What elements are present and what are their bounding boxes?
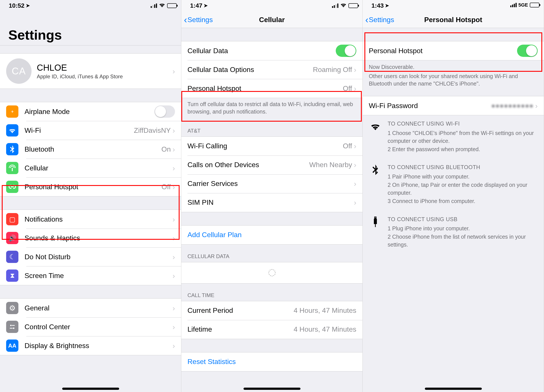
row-sim-pin[interactable]: SIM PIN › (181, 193, 362, 212)
back-button[interactable]: ‹ Settings (365, 15, 394, 24)
text-size-icon: AA (6, 340, 18, 352)
row-cellular[interactable]: Cellular › (0, 159, 181, 177)
row-current-period: Current Period 4 Hours, 47 Minutes (181, 301, 362, 320)
group-footer: Turn off cellular data to restrict all d… (181, 98, 362, 119)
row-personal-hotspot-toggle[interactable]: Personal Hotspot (363, 41, 544, 60)
svg-rect-3 (10, 328, 13, 329)
home-indicator (62, 388, 119, 390)
chevron-right-icon: › (354, 142, 356, 150)
instruction-block: TO CONNECT USING WI-FI1 Choose "CHLOE's … (363, 115, 544, 159)
group-header: CALL TIME (181, 283, 362, 301)
instructions: TO CONNECT USING WI-FI1 Choose "CHLOE's … (363, 115, 544, 254)
status-bar: 1:43 ➤ 5GE (363, 0, 544, 12)
row-detail: Off (343, 84, 352, 92)
status-time-text: 1:43 (372, 2, 384, 9)
hotspot-icon (6, 181, 18, 193)
row-wifi[interactable]: Wi-Fi ZiffDavisNY › (0, 121, 181, 140)
location-icon: ➤ (26, 3, 30, 9)
gear-icon: ⚙︎ (6, 302, 18, 314)
signal-bars-icon (332, 4, 338, 8)
row-screen-time[interactable]: ⧗ Screen Time › (0, 266, 181, 285)
row-sounds[interactable]: 🔊 Sounds & Haptics › (0, 229, 181, 248)
row-label: SIM PIN (188, 198, 354, 207)
signal-bars-icon (151, 4, 157, 8)
back-label: Settings (188, 16, 213, 24)
pane-settings: 10:52 ➤ Settings CA CHLOE Apple ID, iClo… (0, 0, 181, 392)
row-label: Display & Brightness (24, 342, 172, 350)
row-loading (181, 262, 362, 283)
page-title: Settings (0, 12, 181, 46)
moon-icon: ☾ (6, 251, 18, 263)
row-detail: 4 Hours, 47 Minutes (294, 306, 356, 315)
row-label: Control Center (24, 323, 172, 331)
row-label: Carrier Services (188, 180, 354, 188)
row-carrier-services[interactable]: Carrier Services › (181, 174, 362, 193)
wifi-icon (159, 2, 165, 9)
row-add-cellular-plan[interactable]: Add Cellular Plan (181, 225, 362, 244)
hourglass-icon: ⧗ (6, 270, 18, 282)
row-display[interactable]: AA Display & Brightness › (0, 336, 181, 355)
chevron-right-icon: › (354, 179, 356, 188)
row-airplane-mode[interactable]: ✈︎ Airplane Mode (0, 102, 181, 121)
row-wifi-calling[interactable]: Wi-Fi Calling Off › (181, 137, 362, 156)
row-dnd[interactable]: ☾ Do Not Disturb › (0, 248, 181, 266)
wifi-settings-icon (6, 124, 18, 137)
svg-rect-5 (375, 217, 375, 218)
status-time: 10:52 ➤ (9, 2, 30, 9)
group-header: CELLULAR DATA (181, 245, 362, 262)
battery-icon (349, 3, 358, 8)
row-control-center[interactable]: Control Center › (0, 317, 181, 336)
row-personal-hotspot[interactable]: Personal Hotspot Off › (0, 177, 181, 196)
row-label: Calls on Other Devices (188, 161, 309, 169)
row-detail: 4 Hours, 47 Minutes (294, 325, 356, 333)
svg-rect-4 (374, 217, 377, 219)
personal-hotspot-toggle[interactable] (517, 45, 538, 57)
nav-bar: ‹ Settings Cellular (181, 12, 362, 28)
chevron-right-icon: › (172, 126, 175, 135)
instruction-text: TO CONNECT USING USB1 Plug iPhone into y… (388, 215, 538, 249)
svg-rect-7 (374, 219, 377, 224)
row-calls-other-devices[interactable]: Calls on Other Devices When Nearby › (181, 156, 362, 174)
row-label: Do Not Disturb (24, 253, 172, 261)
airplane-icon: ✈︎ (6, 105, 18, 118)
signal-bars-icon (510, 3, 517, 7)
cellular-data-toggle[interactable] (336, 45, 356, 57)
chevron-right-icon: › (172, 323, 175, 331)
profile-name: CHLOE (37, 63, 172, 73)
chevron-right-icon: › (172, 145, 175, 154)
battery-icon (167, 3, 177, 8)
row-detail: Roaming Off (313, 66, 352, 74)
chevron-right-icon: › (354, 198, 356, 207)
instruction-block: TO CONNECT USING USB1 Plug iPhone into y… (363, 211, 544, 254)
row-notifications[interactable]: ▢ Notifications › (0, 210, 181, 229)
instruction-line: 2 Choose iPhone from the list of network… (388, 233, 538, 249)
row-wifi-password[interactable]: Wi-Fi Password ●●●●●●●●●● › (363, 96, 544, 115)
chevron-left-icon: ‹ (365, 15, 368, 24)
row-reset-statistics[interactable]: Reset Statistics (181, 352, 362, 371)
group-header: AT&T (181, 119, 362, 137)
back-button[interactable]: ‹ Settings (184, 15, 213, 24)
row-label: General (24, 304, 172, 312)
svg-point-2 (13, 328, 14, 329)
row-bluetooth[interactable]: Bluetooth On › (0, 140, 181, 159)
back-label: Settings (369, 16, 394, 24)
row-label: Cellular Data (188, 47, 336, 55)
row-label: Sounds & Haptics (24, 234, 172, 242)
row-cellular-personal-hotspot[interactable]: Personal Hotspot Off › (181, 79, 362, 98)
row-label: Cellular Data Options (188, 66, 313, 74)
row-general[interactable]: ⚙︎ General › (0, 299, 181, 317)
row-cellular-data[interactable]: Cellular Data (181, 41, 362, 60)
instruction-line: 1 Pair iPhone with your computer. (388, 173, 538, 180)
row-cellular-data-options[interactable]: Cellular Data Options Roaming Off › (181, 60, 362, 79)
discoverable-subtitle: Other users can look for your shared net… (369, 73, 538, 87)
airplane-mode-toggle[interactable] (154, 105, 175, 118)
instruction-text: TO CONNECT USING BLUETOOTH1 Pair iPhone … (388, 163, 538, 205)
home-indicator (243, 388, 301, 390)
status-bar: 10:52 ➤ (0, 0, 181, 12)
profile-cell[interactable]: CA CHLOE Apple ID, iCloud, iTunes & App … (0, 54, 181, 89)
instruction-block: TO CONNECT USING BLUETOOTH1 Pair iPhone … (363, 159, 544, 211)
home-indicator (425, 388, 482, 390)
row-label: Lifetime (188, 325, 294, 333)
status-bar: 1:47 ➤ (181, 0, 362, 12)
chevron-right-icon: › (172, 183, 175, 191)
